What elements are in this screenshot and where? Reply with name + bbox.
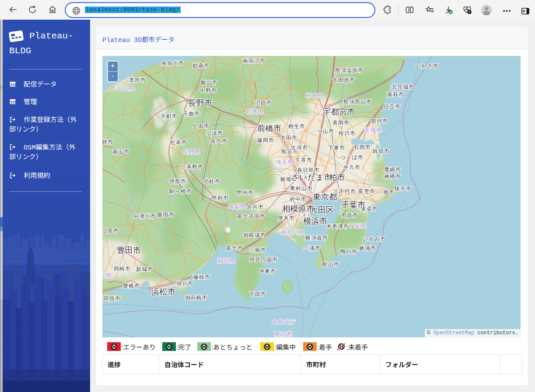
svg-text:中野市: 中野市: [200, 87, 217, 94]
svg-text:館山市: 館山市: [322, 261, 339, 267]
svg-text:藤岡市: 藤岡市: [257, 137, 274, 143]
svg-text:石岡市: 石岡市: [353, 144, 371, 150]
svg-text:飛騨市: 飛騨市: [102, 139, 113, 145]
svg-text:北茨城市: 北茨城市: [392, 84, 414, 90]
svg-text:東京都: 東京都: [274, 331, 293, 337]
svg-text:相模原市: 相模原市: [282, 204, 315, 213]
svg-text:南魚沼市: 南魚沼市: [243, 58, 266, 64]
svg-text:浜松市: 浜松市: [151, 287, 176, 296]
svg-text:伊豆の国市: 伊豆の国市: [249, 257, 278, 263]
svg-text:埼玉県: 埼玉県: [275, 159, 294, 165]
svg-text:茅野市: 茅野市: [186, 164, 203, 170]
svg-text:勝浦市: 勝浦市: [359, 245, 376, 251]
svg-text:桐生市: 桐生市: [288, 123, 305, 129]
svg-text:桜川市: 桜川市: [338, 130, 356, 136]
svg-text:豊田市: 豊田市: [117, 246, 141, 255]
svg-text:神栖市: 神栖市: [384, 173, 401, 180]
svg-text:横浜市: 横浜市: [303, 216, 328, 225]
svg-text:群馬県: 群馬県: [246, 108, 265, 115]
svg-text:府中市: 府中市: [290, 196, 307, 202]
svg-text:山梨県: 山梨県: [228, 203, 246, 210]
svg-text:市原市: 市原市: [341, 212, 358, 219]
svg-text:大月市: 大月市: [247, 204, 264, 210]
svg-text:那須烏山市: 那須烏山市: [343, 99, 372, 105]
svg-text:愛知県: 愛知県: [102, 272, 112, 279]
svg-text:岡崎市: 岡崎市: [114, 266, 131, 272]
svg-text:栃木県: 栃木県: [305, 92, 324, 99]
svg-text:鉾田市: 鉾田市: [373, 148, 390, 154]
svg-text:日立市: 日立市: [384, 104, 401, 110]
svg-text:さいたま市: さいたま市: [291, 173, 332, 182]
svg-text:太田市: 太田市: [280, 135, 297, 141]
svg-text:宇都宮市: 宇都宮市: [323, 107, 355, 116]
svg-text:長野市: 長野市: [188, 98, 213, 108]
svg-text:松本市: 松本市: [170, 139, 187, 146]
svg-text:北杜市: 北杜市: [203, 178, 220, 184]
svg-text:藤枝市: 藤枝市: [193, 274, 210, 280]
svg-text:富士吉田市: 富士吉田市: [237, 213, 266, 219]
svg-text:鹿嶋市: 鹿嶋市: [384, 167, 401, 173]
svg-text:鴨川市: 鴨川市: [340, 249, 357, 255]
svg-text:千葉県: 千葉県: [348, 222, 367, 229]
svg-text:大島支庁: 大島支庁: [272, 319, 296, 325]
svg-text:富里市: 富里市: [358, 188, 375, 194]
svg-text:小諸市: 小諸市: [206, 130, 223, 136]
svg-text:豊橋市: 豊橋市: [123, 283, 140, 289]
svg-text:沼田市: 沼田市: [255, 100, 272, 106]
svg-text:伊東市: 伊東市: [259, 268, 276, 274]
svg-text:飯山市: 飯山市: [201, 80, 218, 86]
svg-text:御前崎市: 御前崎市: [185, 295, 208, 301]
svg-text:高萩市: 高萩市: [387, 91, 404, 97]
svg-text:春日部市: 春日部市: [297, 167, 320, 173]
svg-text:上田市: 上田市: [192, 123, 210, 129]
svg-text:千葉市: 千葉市: [341, 200, 366, 209]
svg-text:厚木市: 厚木市: [278, 215, 295, 221]
svg-text:古河市: 古河市: [291, 145, 308, 151]
svg-text:三島市: 三島市: [249, 247, 266, 253]
svg-text:つくば市: つくば市: [340, 154, 364, 160]
svg-text:下田市: 下田市: [249, 291, 266, 297]
svg-text:東京都: 東京都: [313, 192, 337, 201]
svg-text:大町市: 大町市: [161, 113, 178, 119]
svg-text:静岡県: 静岡県: [217, 257, 236, 264]
svg-text:千曲市: 千曲市: [183, 111, 200, 117]
svg-text:甲府市: 甲府市: [212, 195, 229, 201]
svg-text:飯田市: 飯田市: [157, 212, 175, 218]
svg-text:真岡市: 真岡市: [332, 120, 350, 126]
svg-text:新城市: 新城市: [136, 266, 153, 272]
svg-text:旭市: 旭市: [383, 189, 395, 195]
svg-text:黒部市: 黒部市: [129, 77, 146, 83]
svg-text:妙高市: 妙高市: [192, 62, 210, 69]
svg-text:神奈川県: 神奈川県: [280, 229, 305, 236]
svg-text:掛川市: 掛川市: [176, 281, 193, 287]
svg-text:下妻市: 下妻市: [328, 145, 345, 151]
svg-text:那須塩原市: 那須塩原市: [335, 67, 364, 73]
svg-text:富山県: 富山県: [117, 85, 135, 92]
svg-text:高山市: 高山市: [112, 149, 129, 155]
svg-text:横須賀市: 横須賀市: [305, 235, 328, 241]
svg-text:富士市: 富士市: [226, 245, 243, 251]
svg-text:佐久市: 佐久市: [210, 138, 227, 144]
svg-text:田原市: 田原市: [104, 295, 121, 302]
svg-text:久喜市: 久喜市: [295, 157, 312, 163]
svg-text:小山市: 小山市: [317, 128, 334, 134]
svg-text:御殿場市: 御殿場市: [243, 232, 266, 238]
svg-text:駒ヶ根市: 駒ヶ根市: [169, 188, 192, 194]
svg-text:銚子市: 銚子市: [395, 186, 412, 192]
svg-text:柏市: 柏市: [329, 173, 345, 182]
svg-text:茨城県: 茨城県: [364, 127, 382, 133]
svg-text:いすみ市: いすみ市: [363, 236, 386, 242]
svg-text:三浦市: 三浦市: [304, 245, 321, 251]
svg-text:大田原市: 大田原市: [332, 77, 355, 83]
svg-text:長野県: 長野県: [182, 149, 200, 155]
svg-text:前橋市: 前橋市: [257, 124, 282, 133]
svg-text:多治見市: 多治見市: [102, 228, 119, 234]
svg-text:伊那市: 伊那市: [169, 178, 186, 184]
svg-text:牛久市: 牛久市: [343, 164, 360, 170]
svg-text:中津川市: 中津川市: [133, 213, 156, 219]
svg-text:木更津市: 木更津市: [326, 223, 349, 229]
svg-text:甲州市: 甲州市: [237, 190, 254, 196]
svg-text:東村山市: 東村山市: [290, 185, 313, 191]
svg-text:糸魚川市: 糸魚川市: [161, 60, 184, 66]
svg-text:いわき市: いわき市: [416, 63, 439, 69]
